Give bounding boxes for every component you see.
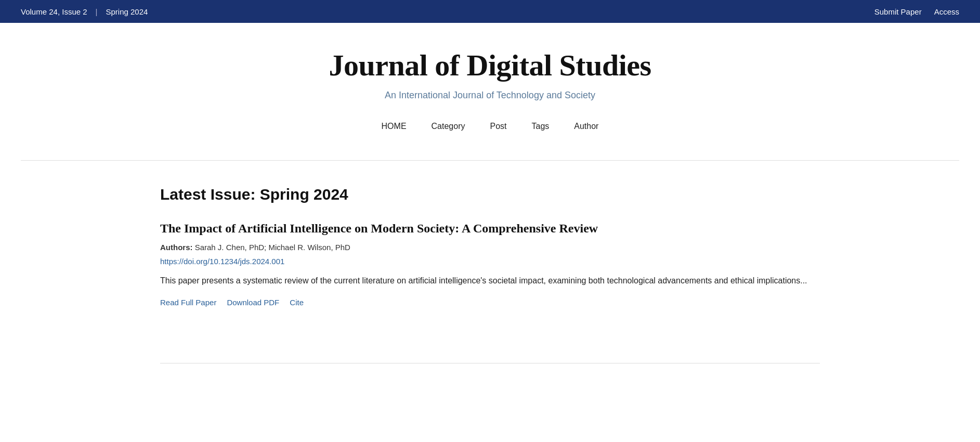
main-nav: HOME Category Post Tags Author — [21, 115, 959, 144]
cite-link[interactable]: Cite — [290, 298, 304, 307]
article-title: The Impact of Artificial Intelligence on… — [160, 220, 820, 237]
journal-subtitle: An International Journal of Technology a… — [21, 90, 959, 101]
authors-list: Sarah J. Chen, PhD; Michael R. Wilson, P… — [195, 243, 350, 252]
article-abstract: This paper presents a systematic review … — [160, 274, 820, 288]
nav-item-home[interactable]: HOME — [382, 122, 407, 131]
article-actions: Read Full Paper Download PDF Cite — [160, 298, 820, 307]
top-bar: Volume 24, Issue 2 | Spring 2024 Submit … — [0, 0, 980, 23]
article-doi: https://doi.org/10.1234/jds.2024.001 — [160, 257, 820, 266]
nav-item-tags[interactable]: Tags — [532, 122, 550, 131]
article: The Impact of Artificial Intelligence on… — [160, 220, 820, 307]
access-link[interactable]: Access — [934, 7, 959, 16]
download-pdf-link[interactable]: Download PDF — [227, 298, 279, 307]
nav-item-post[interactable]: Post — [490, 122, 506, 131]
top-bar-divider: | — [96, 7, 98, 16]
nav-item-author[interactable]: Author — [574, 122, 598, 131]
volume-info: Volume 24, Issue 2 — [21, 7, 87, 16]
top-bar-right: Submit Paper Access — [874, 7, 959, 16]
latest-issue-heading: Latest Issue: Spring 2024 — [160, 186, 820, 203]
top-bar-left: Volume 24, Issue 2 | Spring 2024 — [21, 7, 148, 16]
season-info: Spring 2024 — [106, 7, 148, 16]
nav-item-category[interactable]: Category — [432, 122, 465, 131]
article-authors: Authors: Sarah J. Chen, PhD; Michael R. … — [160, 243, 820, 252]
read-full-paper-link[interactable]: Read Full Paper — [160, 298, 216, 307]
submit-paper-link[interactable]: Submit Paper — [874, 7, 922, 16]
journal-header: Journal of Digital Studies An Internatio… — [0, 23, 980, 160]
main-content: Latest Issue: Spring 2024 The Impact of … — [0, 161, 980, 338]
authors-label: Authors: — [160, 243, 193, 252]
doi-link[interactable]: https://doi.org/10.1234/jds.2024.001 — [160, 257, 284, 266]
journal-title: Journal of Digital Studies — [21, 48, 959, 83]
bottom-divider — [160, 363, 820, 363]
